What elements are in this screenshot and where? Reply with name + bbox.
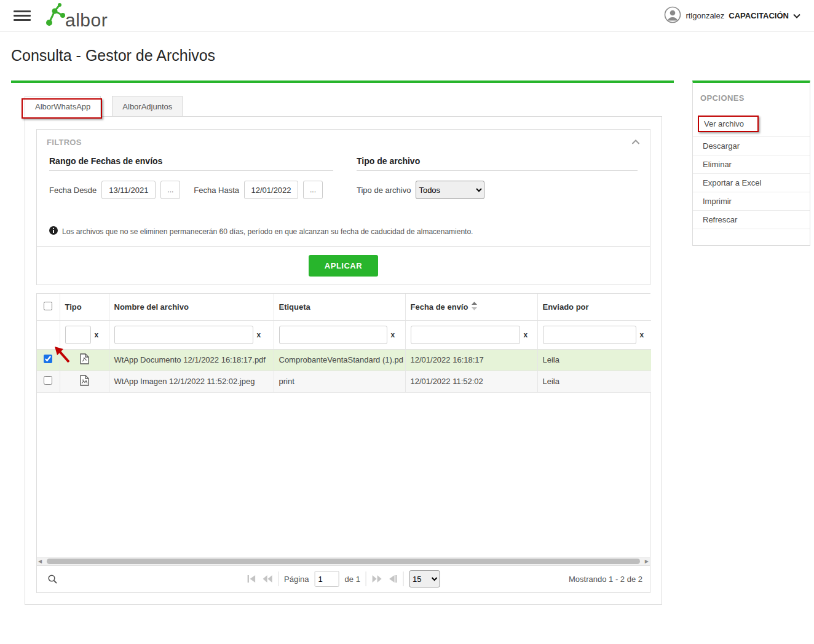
avatar-icon: [664, 6, 681, 25]
tipo-archivo-label: Tipo de archivo: [357, 186, 411, 195]
info-icon: [49, 226, 58, 237]
topbar: albor rtlgonzalez CAPACITACIÓN: [0, 0, 814, 32]
filter-enviado-input[interactable]: [543, 326, 636, 344]
file-name: WtApp Imagen 12/1/2022 11:52:02.jpeg: [109, 371, 274, 392]
previous-page-icon[interactable]: [262, 575, 272, 583]
grid-header-row: Tipo Nombre del archivo Etiqueta Fecha d…: [37, 294, 651, 320]
first-page-icon[interactable]: [247, 575, 256, 583]
pager-status: Mostrando 1 - 2 de 2: [569, 575, 642, 584]
file-date: 12/01/2022 16:18:17: [405, 349, 537, 371]
user-menu[interactable]: rtlgonzalez CAPACITACIÓN: [664, 6, 800, 25]
filter-etiqueta-input[interactable]: [279, 326, 387, 344]
fecha-hasta-input[interactable]: [244, 181, 298, 199]
filter-nombre-input[interactable]: [114, 326, 253, 344]
row-checkbox[interactable]: [44, 355, 52, 363]
scrollbar-thumb[interactable]: [47, 559, 640, 564]
tab-alborwhatsapp[interactable]: AlborWhatsApp: [25, 96, 101, 117]
next-page-icon[interactable]: [372, 575, 382, 583]
options-title: OPCIONES: [693, 83, 810, 111]
user-org: CAPACITACIÓN: [729, 11, 789, 20]
select-all-checkbox[interactable]: [44, 302, 52, 310]
fecha-hasta-label: Fecha Hasta: [194, 186, 239, 195]
pager: Página de 1 15: [37, 565, 650, 592]
filters-title: FILTROS: [47, 138, 82, 147]
tab-alboradjuntos[interactable]: AlborAdjuntos: [112, 96, 183, 117]
clear-filter-tipo[interactable]: x: [95, 331, 99, 339]
clear-filter-etiqueta[interactable]: x: [391, 331, 395, 339]
retention-note: Los archivos que no se eliminen permanec…: [62, 227, 473, 236]
chevron-down-icon: [793, 11, 800, 20]
file-type-section-title: Tipo de archivo: [357, 156, 638, 171]
table-row[interactable]: WtApp Imagen 12/1/2022 11:52:02.jpeg pri…: [37, 371, 651, 392]
tabstrip: AlborWhatsApp AlborAdjuntos: [25, 96, 674, 116]
row-checkbox[interactable]: [44, 376, 52, 385]
option-eliminar[interactable]: Eliminar: [693, 155, 810, 174]
file-date: 12/01/2022 11:52:02: [405, 371, 537, 392]
clear-filter-nombre[interactable]: x: [257, 331, 261, 339]
files-grid: Tipo Nombre del archivo Etiqueta Fecha d…: [36, 293, 650, 593]
grid-filter-row: x x x x: [37, 320, 651, 349]
page-number-input[interactable]: [315, 571, 339, 587]
page-of-label: de 1: [345, 575, 360, 584]
hamburger-menu-icon[interactable]: [14, 10, 31, 21]
grid-empty-area: [37, 393, 650, 557]
last-page-icon[interactable]: [388, 575, 398, 583]
logo-text: albor: [65, 11, 108, 31]
main-content: AlborWhatsApp AlborAdjuntos FILTROS Rang…: [11, 80, 674, 605]
fecha-desde-calendar-button[interactable]: ...: [160, 181, 180, 199]
collapse-chevron-up-icon[interactable]: [631, 136, 640, 147]
filters-panel: FILTROS Rango de Fechas de envíos Fecha …: [36, 129, 650, 285]
page-size-select[interactable]: 15: [409, 570, 440, 587]
user-name: rtlgonzalez: [686, 11, 724, 20]
search-icon[interactable]: [47, 574, 58, 584]
tab-label: AlborWhatsApp: [35, 102, 90, 111]
filter-fecha-input[interactable]: [411, 326, 520, 344]
option-ver-archivo[interactable]: Ver archivo: [693, 111, 810, 137]
date-range-section-title: Rango de Fechas de envíos: [49, 156, 333, 171]
filter-tipo-input[interactable]: [65, 326, 91, 344]
scroll-left-icon[interactable]: ◀: [38, 559, 42, 564]
fecha-desde-input[interactable]: [101, 181, 156, 199]
page-title: Consulta - Gestor de Archivos: [0, 32, 814, 80]
col-header-fecha[interactable]: Fecha de envío: [405, 294, 537, 320]
file-tag: print: [274, 371, 405, 392]
pdf-file-icon: [60, 349, 109, 371]
option-descargar[interactable]: Descargar: [693, 137, 810, 155]
file-tag: ComprobanteVentaStandard (1).pd: [274, 349, 405, 371]
clear-filter-fecha[interactable]: x: [524, 331, 528, 339]
fecha-hasta-calendar-button[interactable]: ...: [303, 181, 323, 199]
annotation-box-ver-archivo: Ver archivo: [698, 116, 759, 132]
page-label: Página: [284, 575, 309, 584]
horizontal-scrollbar[interactable]: ◀ ▶: [37, 557, 650, 565]
app-logo[interactable]: albor: [42, 1, 108, 31]
tipo-archivo-select[interactable]: Todos: [416, 181, 484, 199]
col-header-nombre[interactable]: Nombre del archivo: [109, 294, 274, 320]
options-panel: OPCIONES Ver archivo Descargar Eliminar …: [692, 80, 810, 246]
image-file-icon: [60, 371, 109, 392]
apply-button[interactable]: APLICAR: [309, 255, 378, 277]
col-header-enviado[interactable]: Enviado por: [537, 294, 651, 320]
option-imprimir[interactable]: Imprimir: [693, 192, 810, 211]
sort-icon: [472, 302, 477, 312]
main-panel: FILTROS Rango de Fechas de envíos Fecha …: [25, 116, 662, 605]
tab-label: AlborAdjuntos: [122, 102, 172, 111]
option-refrescar[interactable]: Refrescar: [693, 211, 810, 229]
scroll-right-icon[interactable]: ▶: [645, 559, 649, 564]
file-sender: Leila: [537, 349, 651, 371]
option-exportar-excel[interactable]: Exportar a Excel: [693, 174, 810, 192]
col-header-tipo[interactable]: Tipo: [60, 294, 109, 320]
file-name: WtApp Documento 12/1/2022 16:18:17.pdf: [109, 349, 274, 371]
table-row[interactable]: WtApp Documento 12/1/2022 16:18:17.pdf C…: [37, 349, 651, 371]
clear-filter-enviado[interactable]: x: [640, 331, 644, 339]
fecha-desde-label: Fecha Desde: [49, 186, 97, 195]
file-sender: Leila: [537, 371, 651, 392]
col-header-etiqueta[interactable]: Etiqueta: [274, 294, 405, 320]
